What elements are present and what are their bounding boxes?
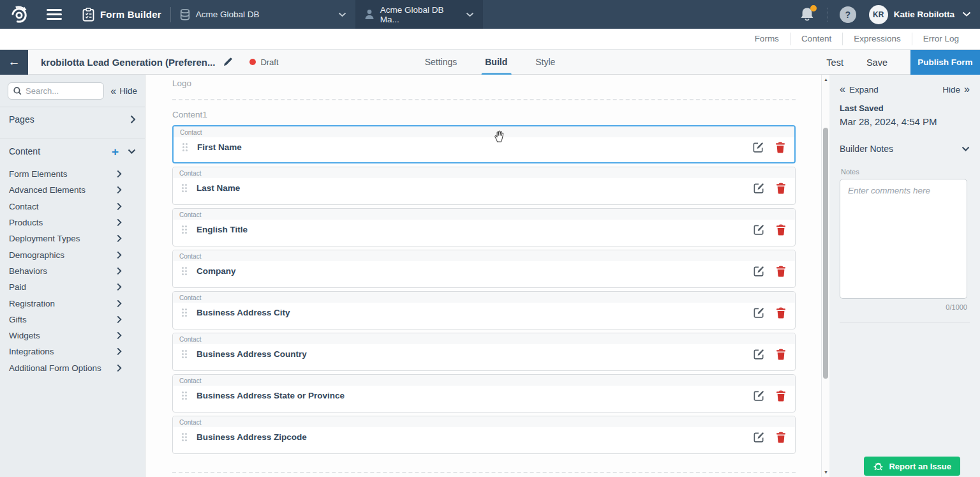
tab-style[interactable]: Style bbox=[535, 50, 555, 75]
drag-handle-icon[interactable] bbox=[182, 433, 187, 441]
delete-field-trash-icon[interactable] bbox=[776, 431, 786, 443]
edit-field-icon[interactable] bbox=[753, 182, 765, 194]
drag-handle-icon[interactable] bbox=[182, 267, 187, 275]
database-selector-value: Acme Global DB bbox=[196, 10, 271, 19]
sidebar-category-item[interactable]: Registration bbox=[9, 295, 122, 311]
content-section-label[interactable]: Content1 bbox=[172, 110, 796, 119]
user-menu-chevron-icon[interactable] bbox=[962, 11, 971, 17]
status-badge: Draft bbox=[249, 57, 278, 67]
field-card[interactable]: Contact Business Address Zipcode bbox=[172, 416, 796, 454]
sidebar-category-item[interactable]: Products bbox=[9, 215, 122, 231]
canvas-scrollbar[interactable]: ▲ ▼ bbox=[821, 75, 829, 477]
field-card[interactable]: Contact Business Address State or Provin… bbox=[172, 374, 796, 413]
field-card[interactable]: Contact English Title bbox=[172, 208, 796, 246]
sidebar-category-item[interactable]: Behaviors bbox=[9, 263, 122, 279]
sidebar-category-item[interactable]: Advanced Elements bbox=[9, 182, 122, 198]
delete-field-trash-icon[interactable] bbox=[776, 182, 786, 194]
edit-field-icon[interactable] bbox=[753, 348, 765, 360]
sidebar-category-item[interactable]: Additional Form Options bbox=[9, 360, 122, 376]
delete-field-trash-icon[interactable] bbox=[776, 223, 786, 236]
sidebar-category-item[interactable]: Widgets bbox=[9, 328, 122, 344]
edit-field-icon[interactable] bbox=[753, 431, 765, 443]
sidebar-section-content[interactable]: Content + bbox=[0, 139, 145, 163]
hide-panel-button[interactable]: Hide » bbox=[942, 84, 970, 95]
category-label: Advanced Elements bbox=[9, 185, 85, 195]
logo-zone-label[interactable]: Logo bbox=[172, 79, 796, 88]
scrollbar-thumb[interactable] bbox=[823, 128, 828, 379]
form-title: krobilotta Lead Generation (Preferen... bbox=[41, 57, 215, 68]
tab-settings[interactable]: Settings bbox=[425, 50, 457, 75]
publish-form-button[interactable]: Publish Form bbox=[910, 50, 980, 75]
sidebar-hide-button[interactable]: « Hide bbox=[110, 86, 137, 97]
report-issue-button[interactable]: Report an Issue bbox=[864, 457, 960, 476]
category-label: Products bbox=[9, 218, 43, 227]
draft-dot-icon bbox=[249, 59, 256, 65]
help-icon[interactable]: ? bbox=[840, 6, 856, 23]
save-button[interactable]: Save bbox=[866, 57, 887, 68]
double-chevron-right-icon: » bbox=[964, 84, 970, 95]
delete-field-trash-icon[interactable] bbox=[775, 141, 785, 153]
tab-forms[interactable]: Forms bbox=[744, 33, 790, 45]
field-card[interactable]: Contact Last Name bbox=[172, 167, 796, 205]
drag-handle-icon[interactable] bbox=[182, 391, 187, 400]
builder-notes-header[interactable]: Builder Notes bbox=[840, 144, 970, 154]
acton-logo-icon[interactable] bbox=[8, 4, 30, 26]
drag-handle-icon[interactable] bbox=[182, 308, 187, 317]
field-group-label: Contact bbox=[173, 333, 795, 344]
drag-handle-icon[interactable] bbox=[182, 225, 187, 234]
edit-field-icon[interactable] bbox=[753, 223, 765, 236]
chevron-right-icon bbox=[117, 234, 122, 243]
sidebar-category-item[interactable]: Paid bbox=[9, 279, 122, 295]
search-box[interactable] bbox=[8, 82, 104, 100]
sidebar-section-pages[interactable]: Pages bbox=[0, 107, 145, 132]
edit-field-icon[interactable] bbox=[752, 141, 764, 153]
edit-field-icon[interactable] bbox=[753, 390, 765, 402]
marketing-db-selector[interactable]: Acme Global DB Ma... bbox=[355, 0, 483, 29]
tab-expressions[interactable]: Expressions bbox=[842, 33, 912, 45]
sidebar-category-item[interactable]: Gifts bbox=[9, 312, 122, 328]
edit-field-icon[interactable] bbox=[753, 307, 765, 319]
chevron-right-icon bbox=[117, 347, 122, 356]
field-group-label: Contact bbox=[173, 375, 795, 386]
notes-textarea[interactable] bbox=[840, 179, 967, 299]
tab-build[interactable]: Build bbox=[485, 50, 507, 75]
field-card[interactable]: Contact Business Address Country bbox=[172, 333, 796, 371]
sidebar-category-item[interactable]: Contact bbox=[9, 199, 122, 215]
field-card[interactable]: Contact Company bbox=[172, 250, 796, 288]
notifications-bell-icon[interactable] bbox=[799, 6, 816, 23]
chevron-right-icon bbox=[117, 267, 122, 275]
chevron-down-icon[interactable] bbox=[128, 149, 136, 155]
add-content-plus-icon[interactable]: + bbox=[112, 146, 119, 158]
drag-handle-icon[interactable] bbox=[182, 143, 188, 151]
field-label: First Name bbox=[197, 142, 242, 152]
delete-field-trash-icon[interactable] bbox=[776, 265, 786, 277]
right-panel-controls: « Expand Hide » bbox=[840, 84, 970, 95]
category-label: Behaviors bbox=[9, 266, 47, 276]
tab-error-log[interactable]: Error Log bbox=[912, 33, 970, 45]
drag-handle-icon[interactable] bbox=[182, 184, 187, 192]
field-card[interactable]: Contact Business Address City bbox=[172, 291, 796, 329]
test-button[interactable]: Test bbox=[826, 57, 843, 68]
hamburger-menu-icon[interactable] bbox=[47, 9, 62, 20]
field-card-list: Contact First Name bbox=[172, 125, 796, 454]
back-button[interactable]: ← bbox=[0, 50, 28, 75]
sidebar-category-item[interactable]: Deployment Types bbox=[9, 231, 122, 246]
sidebar-category-item[interactable]: Integrations bbox=[9, 344, 122, 360]
module-tabs-row: Forms Content Expressions Error Log bbox=[0, 29, 980, 50]
tab-content[interactable]: Content bbox=[790, 33, 842, 45]
expand-panel-button[interactable]: « Expand bbox=[840, 84, 879, 95]
delete-field-trash-icon[interactable] bbox=[776, 390, 786, 402]
delete-field-trash-icon[interactable] bbox=[776, 307, 786, 319]
sidebar-category-item[interactable]: Form Elements bbox=[9, 166, 122, 182]
edit-field-icon[interactable] bbox=[753, 265, 765, 277]
form-canvas: Logo Content1 Contact First Name bbox=[145, 75, 821, 477]
sidebar-category-item[interactable]: Demographics bbox=[9, 246, 122, 262]
search-input[interactable] bbox=[26, 86, 98, 96]
field-card[interactable]: Contact First Name bbox=[172, 125, 796, 163]
delete-field-trash-icon[interactable] bbox=[776, 348, 786, 360]
drag-handle-icon[interactable] bbox=[182, 350, 187, 358]
edit-title-pencil-icon[interactable] bbox=[223, 57, 233, 67]
avatar[interactable]: KR bbox=[869, 5, 888, 24]
database-selector[interactable]: Acme Global DB bbox=[171, 0, 355, 29]
right-panel-divider bbox=[840, 322, 970, 322]
